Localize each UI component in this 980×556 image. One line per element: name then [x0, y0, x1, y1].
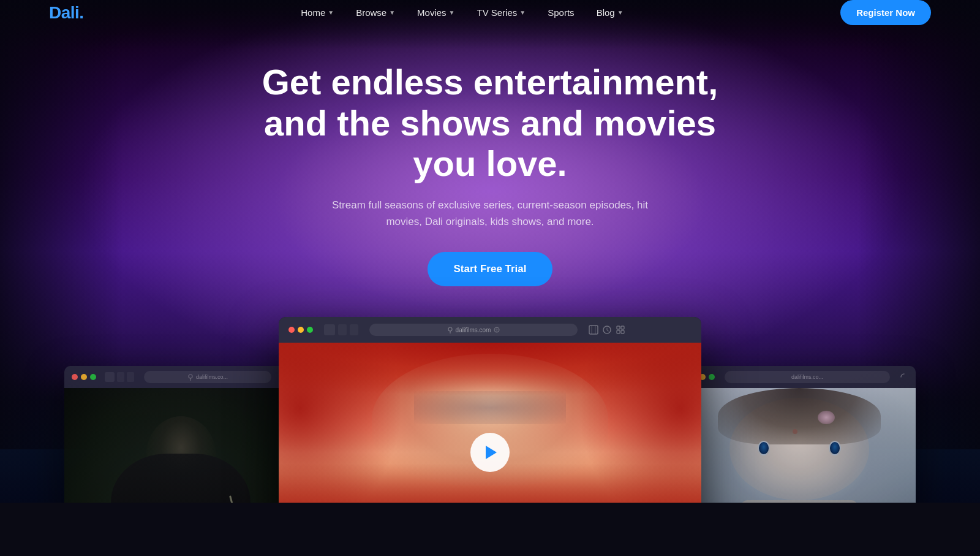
browser-chrome-center: dalifilms.com [279, 317, 701, 343]
brand-name: Dali [49, 3, 79, 22]
nav-home[interactable]: Home ▼ [301, 7, 334, 18]
browser-content-left [64, 388, 297, 503]
chevron-down-icon: ▼ [328, 9, 334, 16]
browsers-wrapper: dalifilms.co... [0, 317, 980, 503]
svg-rect-4 [617, 326, 620, 329]
hero-subtitle: Stream full seasons of exclusive series,… [331, 197, 649, 230]
browser-chrome-right: dalifilms.co... [683, 366, 916, 388]
woman-poster [279, 343, 701, 503]
dot-green [709, 374, 715, 380]
brand-dot: . [79, 3, 83, 22]
nav-links: Home ▼ Browse ▼ Movies ▼ TV Series ▼ Spo… [301, 7, 623, 18]
svg-point-1 [448, 327, 452, 331]
chevron-down-icon: ▼ [389, 9, 395, 16]
play-button[interactable] [470, 433, 510, 472]
svg-rect-7 [621, 330, 624, 333]
browser-left: dalifilms.co... [64, 366, 297, 503]
nav-tv-series[interactable]: TV Series ▼ [477, 7, 526, 18]
browser-content-right [683, 388, 916, 503]
start-trial-button[interactable]: Start Free Trial [428, 252, 552, 286]
svg-rect-5 [621, 326, 624, 329]
svg-rect-2 [589, 326, 598, 334]
doll-hair [718, 388, 881, 444]
dot-green [307, 327, 313, 333]
dot-yellow [298, 327, 304, 333]
nav-movies[interactable]: Movies ▼ [417, 7, 454, 18]
browser-chrome-left: dalifilms.co... [64, 366, 297, 388]
chevron-down-icon: ▼ [519, 9, 526, 16]
chevron-down-icon: ▼ [617, 9, 624, 16]
doll-eye-right [829, 441, 841, 455]
browser-right: dalifilms.co... [683, 366, 916, 503]
nav-blog[interactable]: Blog ▼ [597, 7, 624, 18]
hero-section: Dali. Home ▼ Browse ▼ Movies ▼ TV Series… [0, 0, 980, 503]
nav-sports[interactable]: Sports [548, 7, 574, 18]
doll-body [741, 500, 858, 503]
register-button[interactable]: Register Now [840, 0, 931, 25]
dot-green [90, 374, 96, 380]
doll-mark [793, 429, 797, 434]
svg-point-0 [189, 375, 192, 378]
browser-content-center [279, 343, 701, 503]
url-bar-right: dalifilms.co... [725, 371, 890, 383]
dot-red [72, 374, 78, 380]
browser-center: dalifilms.com [279, 317, 701, 503]
dot-red [288, 327, 295, 333]
url-bar-center: dalifilms.com [369, 324, 578, 336]
svg-rect-6 [617, 330, 620, 333]
eye-area [414, 391, 566, 424]
browser-dots-center [288, 327, 313, 333]
doll-poster [683, 388, 916, 503]
hero-title: Get endless entertainment, and the shows… [251, 62, 729, 185]
url-bar-left: dalifilms.co... [144, 371, 271, 383]
doll-eye-left [758, 441, 770, 455]
brand-logo[interactable]: Dali. [49, 3, 84, 23]
browser-dots-left [72, 374, 96, 380]
dot-yellow [81, 374, 87, 380]
nav-browse[interactable]: Browse ▼ [356, 7, 395, 18]
navbar: Dali. Home ▼ Browse ▼ Movies ▼ TV Series… [0, 0, 980, 25]
hero-content: Get endless entertainment, and the shows… [227, 62, 753, 286]
chevron-down-icon: ▼ [449, 9, 455, 16]
play-icon [486, 446, 497, 459]
villain-poster [64, 388, 297, 503]
